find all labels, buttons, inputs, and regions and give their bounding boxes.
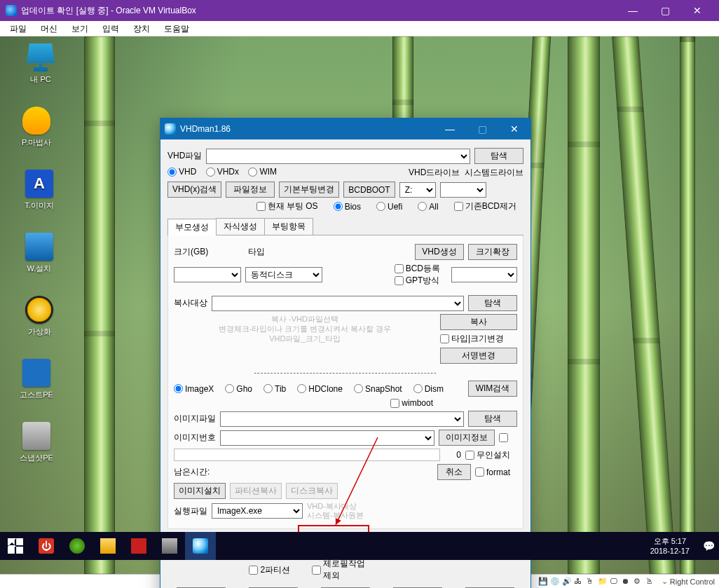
bcd-target-select[interactable] [451,267,517,282]
radio-vhdx[interactable]: VHDx [206,167,239,177]
radio-imagex[interactable]: ImageX [174,384,214,394]
vhd-drive-select[interactable]: Z: [399,182,436,198]
taskbar-clock[interactable]: 오후 5:17 2018-12-17 [642,536,698,556]
radio-uefi[interactable]: Uefi [376,202,402,212]
type-select[interactable]: 동적디스크 [245,267,322,282]
vhd-drive-label: VHD드라이브 [409,167,460,177]
system-drive-select[interactable] [440,182,486,198]
desktop-icon-snapshotpe[interactable]: 스냅샷PE [13,422,60,463]
tray-notification-icon[interactable]: 💬 [698,540,719,552]
vhd-create-button[interactable]: VHD생성 [415,244,464,260]
vbox-title-text: 업데이트 확인 [실행 중] - Oracle VM VirtualBox [21,5,196,17]
status-audio-icon: 🔊 [562,577,572,587]
tab-child-create[interactable]: 자식생성 [216,218,265,235]
tabs: 부모생성 자식생성 부팅항목 [167,218,523,235]
menu-help[interactable]: 도움말 [157,21,196,36]
chk-current-boot-os[interactable]: 현재 부팅 OS [256,200,318,212]
desktop-icon-ghostpe[interactable]: 고스트PE [13,359,60,400]
status-rec-icon: ⏺ [622,577,631,587]
chk-wimboot[interactable]: wimboot [390,398,433,408]
copy-button[interactable]: 복사 [440,314,517,330]
radio-wim[interactable]: WIM [248,167,277,177]
vbox-minimize-button[interactable]: — [617,1,649,20]
chk-two-partition[interactable]: 2파티션 [249,558,290,582]
file-info-button[interactable]: 파일정보 [226,182,275,198]
desktop-icon-install[interactable]: W.설치 [15,233,63,274]
menu-input[interactable]: 입력 [95,21,126,36]
taskbar-app-explorer[interactable] [93,532,123,560]
boot-change-button[interactable]: 기본부팅변경 [279,182,339,198]
guest-desktop[interactable]: 내 PC P.마법사 AT.이미지 W.설치 가상화 고스트PE 스냅샷PE V… [0,36,719,574]
tab-boot-item[interactable]: 부팅항목 [264,218,313,235]
status-usb-icon: 🖱 [586,577,596,587]
chk-remove-existing-bcd[interactable]: 기존BCD제거 [454,200,516,212]
virtualbox-window: 업데이트 확인 [실행 중] - Oracle VM VirtualBox — … [0,0,719,588]
exec-file-label: 실행파일 [174,505,207,517]
vbox-maximize-button[interactable]: ▢ [649,1,681,20]
cancel-button[interactable]: 취소 [437,464,471,480]
size-extend-button[interactable]: 크기확장 [468,244,517,260]
chk-zerofill-exclude[interactable]: 제로필작업제외 [312,558,371,582]
tab-panel-parent: 크기(GB) 타입 VHD생성 크기확장 동적디스크 BCD등록 GPT방식 [167,235,523,529]
vhdman-minimize-button[interactable]: — [434,118,466,139]
image-file-browse-button[interactable]: 탐색 [468,411,517,427]
copy-target-browse-button[interactable]: 탐색 [468,295,517,311]
vbox-titlebar[interactable]: 업데이트 확인 [실행 중] - Oracle VM VirtualBox — … [0,0,719,21]
vhdx-search-button[interactable]: VHD(x)검색 [167,182,221,198]
vhdman-window[interactable]: VHDman1.86 — ▢ ✕ VHD파일 탐색 VHD VHDx [160,118,531,588]
tab-parent-create[interactable]: 부모생성 [167,219,217,235]
image-index-combo[interactable] [220,430,434,446]
taskbar-app-vhdman-active[interactable] [185,532,216,560]
taskbar[interactable]: 오후 5:17 2018-12-17 💬 [0,532,719,560]
desktop-icon-my-pc[interactable]: 내 PC [17,43,64,85]
status-hostkey-icon: ⌄ [662,577,668,586]
desktop-icon-virtual[interactable]: 가상화 [15,296,63,337]
vhd-file-combo[interactable] [206,149,470,164]
status-net-icon: 🖧 [574,577,584,587]
rename-sig-button[interactable]: 서명변경 [440,348,517,364]
vhd-file-browse-button[interactable]: 탐색 [474,148,523,164]
menu-view[interactable]: 보기 [64,21,95,36]
desktop-icon-timage[interactable]: AT.이미지 [15,170,63,211]
radio-tib[interactable]: Tib [263,384,286,394]
menu-devices[interactable]: 장치 [126,21,157,36]
chk-format[interactable]: format [475,467,510,477]
power-button[interactable] [31,532,62,560]
status-hdd-icon: 💾 [538,577,548,587]
status-cd-icon: 💿 [550,577,560,587]
image-install-button[interactable]: 이미지설치 [174,483,226,499]
size-select[interactable] [174,267,241,282]
size-label: 크기(GB) [174,247,208,257]
taskbar-app-3[interactable] [154,532,185,560]
radio-all[interactable]: All [418,202,438,212]
radio-hdclone[interactable]: HDClone [297,384,343,394]
progress-bar [174,449,440,461]
chk-gpt[interactable]: GPT방식 [395,275,440,287]
copy-target-combo[interactable] [212,296,464,311]
radio-vhd[interactable]: VHD [167,167,196,177]
exec-note-2: 시스템-복사원본 [307,511,364,520]
vhdman-titlebar[interactable]: VHDman1.86 — ▢ ✕ [160,118,530,139]
chk-bcd-register[interactable]: BCD등록 [395,263,440,275]
radio-dism[interactable]: Dism [413,384,444,394]
bcdboot-button[interactable]: BCDBOOT [343,182,395,198]
image-file-label: 이미지파일 [174,413,216,425]
vbox-close-button[interactable]: ✕ [681,1,713,20]
wim-search-button[interactable]: WIM검색 [468,381,517,397]
radio-snapshot[interactable]: SnapShot [354,384,402,394]
chk-unattend[interactable]: 무인설치 [465,449,510,461]
image-file-combo[interactable] [220,411,464,427]
image-info-button[interactable]: 이미지정보 [439,430,495,446]
vhdman-close-button[interactable]: ✕ [498,118,530,139]
start-button[interactable] [0,532,31,560]
radio-bios[interactable]: Bios [334,202,361,212]
taskbar-app-1[interactable] [62,532,93,560]
menu-machine[interactable]: 머신 [34,21,64,36]
chk-imageinfo-extra[interactable] [499,433,510,442]
taskbar-app-2[interactable] [123,532,154,560]
chk-type-size-change[interactable]: 타입|크기변경 [440,333,510,345]
radio-gho[interactable]: Gho [225,384,252,394]
exec-file-select[interactable]: ImageX.exe [212,503,303,519]
menu-file[interactable]: 파일 [3,21,34,36]
desktop-icon-wizard[interactable]: P.마법사 [13,107,60,148]
